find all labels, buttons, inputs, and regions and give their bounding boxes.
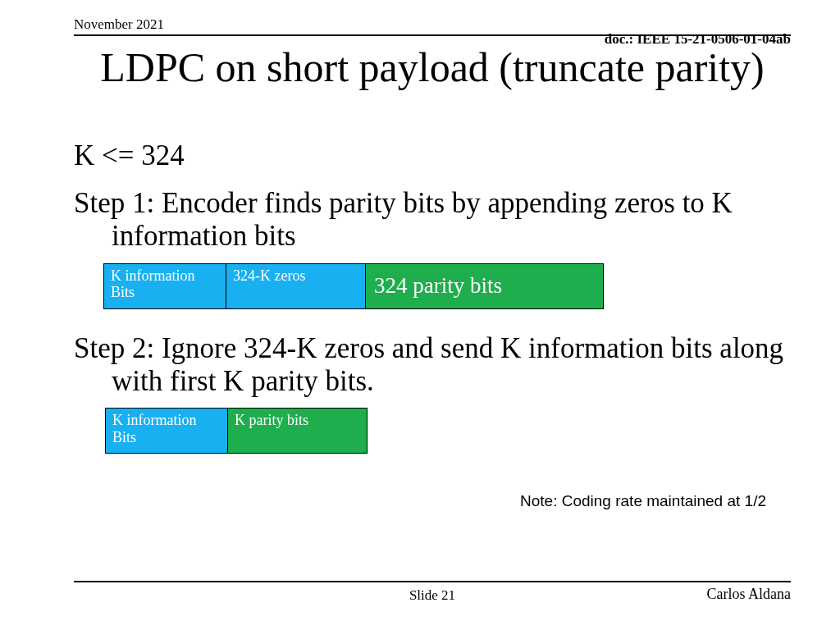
- coding-rate-note: Note: Coding rate maintained at 1/2: [520, 492, 766, 510]
- author-name: Carlos Aldana: [707, 586, 791, 603]
- seg-info-bits-2: K information Bits: [105, 408, 228, 454]
- footer-rule: Slide 21 Carlos Aldana: [74, 581, 791, 582]
- k-constraint: K <= 324: [74, 139, 791, 172]
- header-rule: November 2021 doc.: IEEE 15-21-0506-01-0…: [74, 33, 791, 36]
- step-1: Step 1: Encoder finds parity bits by app…: [74, 187, 791, 253]
- header-date: November 2021: [74, 16, 164, 33]
- diagram-2: K information Bits K parity bits: [105, 408, 791, 454]
- step-2: Step 2: Ignore 324-K zeros and send K in…: [74, 332, 791, 399]
- seg-parity-bits: 324 parity bits: [366, 263, 604, 309]
- diagram-1: K information Bits 324-K zeros 324 parit…: [103, 263, 791, 309]
- step-2-text: Step 2: Ignore 324-K zeros and send K in…: [74, 332, 791, 399]
- seg-info-bits: K information Bits: [103, 263, 226, 309]
- slide-title: LDPC on short payload (truncate parity): [74, 46, 791, 89]
- slide-body: K <= 324 Step 1: Encoder finds parity bi…: [74, 139, 791, 454]
- seg-zeros: 324-K zeros: [226, 263, 366, 309]
- step-1-text: Step 1: Encoder finds parity bits by app…: [74, 187, 791, 253]
- slide-number: Slide 21: [74, 587, 791, 604]
- seg-parity-bits-2: K parity bits: [228, 408, 368, 454]
